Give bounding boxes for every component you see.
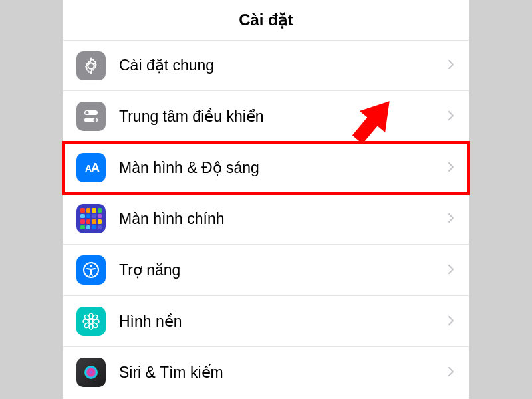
text-size-icon: A A bbox=[76, 153, 106, 182]
row-label: Hình nền bbox=[119, 313, 448, 331]
gear-icon bbox=[76, 51, 106, 80]
row-wallpaper[interactable]: Hình nền bbox=[63, 296, 469, 347]
row-accessibility[interactable]: Trợ năng bbox=[63, 245, 469, 296]
annotation-arrow bbox=[342, 92, 402, 154]
svg-point-3 bbox=[94, 118, 97, 122]
accessibility-icon bbox=[76, 255, 106, 285]
settings-list: Cài đặt chung Trung tâm điều khiển bbox=[63, 40, 469, 398]
row-siri[interactable]: Siri & Tìm kiếm bbox=[63, 347, 469, 398]
row-control-center[interactable]: Trung tâm điều khiển bbox=[63, 91, 469, 142]
toggles-icon bbox=[76, 102, 106, 131]
svg-point-17 bbox=[84, 366, 98, 379]
row-label: Trợ năng bbox=[119, 261, 448, 279]
row-label: Màn hình chính bbox=[119, 210, 448, 228]
page-title: Cài đặt bbox=[63, 0, 469, 40]
row-display-brightness[interactable]: A A Màn hình & Độ sáng bbox=[63, 142, 469, 194]
row-home-screen[interactable]: Màn hình chính bbox=[63, 194, 469, 245]
chevron-right-icon bbox=[448, 314, 454, 329]
row-general[interactable]: Cài đặt chung bbox=[63, 40, 469, 91]
svg-text:A: A bbox=[91, 161, 100, 174]
svg-point-1 bbox=[86, 111, 89, 114]
chevron-right-icon bbox=[448, 211, 454, 227]
chevron-right-icon bbox=[448, 58, 454, 73]
chevron-right-icon bbox=[448, 160, 454, 176]
chevron-right-icon bbox=[448, 109, 454, 124]
chevron-right-icon bbox=[448, 365, 454, 380]
row-label: Siri & Tìm kiếm bbox=[119, 364, 448, 382]
row-label: Màn hình & Độ sáng bbox=[119, 159, 448, 177]
chevron-right-icon bbox=[448, 263, 454, 278]
svg-point-7 bbox=[90, 265, 92, 267]
settings-screen: Cài đặt Cài đặt chung bbox=[63, 0, 469, 399]
row-label: Cài đặt chung bbox=[119, 57, 448, 74]
home-grid-icon bbox=[76, 204, 106, 233]
flower-icon bbox=[76, 307, 106, 336]
svg-point-8 bbox=[89, 319, 93, 323]
siri-icon bbox=[76, 358, 106, 387]
